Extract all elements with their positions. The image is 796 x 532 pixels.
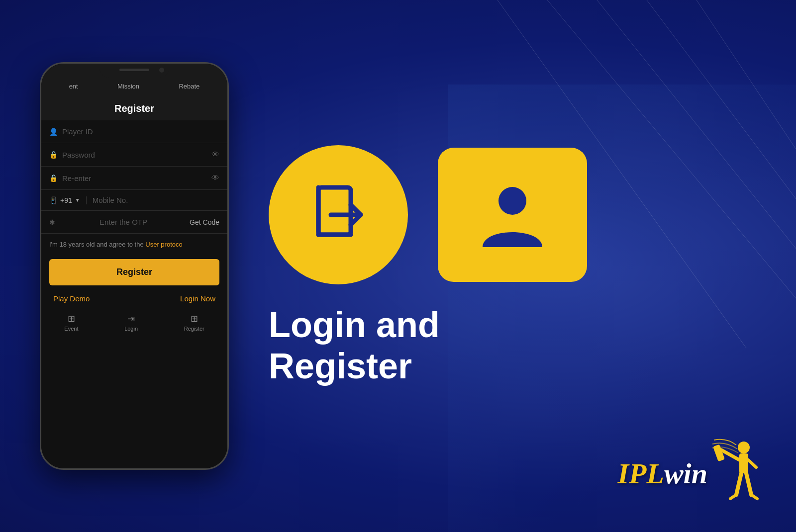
login-nav-icon: ⇥ <box>127 313 135 324</box>
phone-camera <box>159 68 164 73</box>
svg-rect-5 <box>318 187 351 235</box>
register-form: Register 👤 Player ID 🔒 Password 👁 <box>41 95 227 468</box>
nav-item-event: ent <box>69 83 78 90</box>
dropdown-arrow-icon[interactable]: ▼ <box>75 197 80 203</box>
profile-rect-icon <box>438 148 587 282</box>
svg-line-17 <box>730 495 736 499</box>
svg-rect-11 <box>739 453 748 473</box>
nav-login-label: Login <box>124 326 138 332</box>
reenter-placeholder: Re-enter <box>62 174 206 182</box>
svg-point-10 <box>738 442 750 453</box>
nav-event-label: Event <box>64 326 78 332</box>
mobile-placeholder: Mobile No. <box>87 196 128 204</box>
terms-row: I'm 18 years old and agree to the User p… <box>41 234 227 255</box>
main-title-line2: Register <box>269 346 440 387</box>
login-circle-icon <box>269 145 408 284</box>
nav-item-rebate: Rebate <box>179 83 199 90</box>
otp-icon: ✱ <box>49 218 57 226</box>
country-code-value: +91 <box>60 196 72 204</box>
register-nav-icon: ⊞ <box>191 313 198 324</box>
nav-item-mission: Mission <box>117 83 139 90</box>
phone-mockup: ent Mission Rebate Register 👤 Player ID … <box>30 62 239 470</box>
iplwin-logo: IPLwin <box>618 435 767 512</box>
password-field[interactable]: 🔒 Password 👁 <box>41 143 227 167</box>
win-text: win <box>664 457 707 490</box>
otp-placeholder: Enter the OTP <box>100 218 147 226</box>
svg-line-16 <box>746 473 751 495</box>
login-door-icon <box>303 180 373 250</box>
phone-device: ent Mission Rebate Register 👤 Player ID … <box>40 62 229 470</box>
password-placeholder: Password <box>62 151 206 159</box>
register-button[interactable]: Register <box>49 259 219 285</box>
nav-register-label: Register <box>184 326 204 332</box>
country-code[interactable]: +91 ▼ <box>60 196 87 204</box>
nav-register[interactable]: ⊞ Register <box>184 313 204 332</box>
nav-event[interactable]: ⊞ Event <box>64 313 78 332</box>
terms-text: I'm 18 years old and agree to the <box>49 241 145 248</box>
main-title-line1: Login and <box>269 304 440 346</box>
svg-line-15 <box>736 473 741 495</box>
player-id-placeholder: Player ID <box>62 127 219 136</box>
nav-login[interactable]: ⇥ Login <box>124 313 138 332</box>
svg-point-9 <box>498 187 526 215</box>
phone-speaker <box>119 69 149 71</box>
otp-field[interactable]: ✱ Enter the OTP Get Code <box>41 211 227 234</box>
eye-icon-reenter[interactable]: 👁 <box>211 174 219 182</box>
phone-icon: 📱 <box>49 196 57 204</box>
lock-icon-2: 🔒 <box>49 174 57 182</box>
phone-bottom-nav: ⊞ Event ⇥ Login ⊞ Register <box>41 308 227 342</box>
terms-link[interactable]: User protoco <box>145 241 182 248</box>
bottom-links: Play Demo Login Now <box>41 289 227 308</box>
icons-row <box>269 145 587 284</box>
profile-person-icon <box>473 175 552 255</box>
cricket-player-silhouette <box>711 435 766 512</box>
get-code-button[interactable]: Get Code <box>190 218 219 226</box>
register-title: Register <box>41 95 227 120</box>
right-section: Login and Register <box>269 145 766 387</box>
svg-line-14 <box>748 460 756 467</box>
reenter-field[interactable]: 🔒 Re-enter 👁 <box>41 167 227 190</box>
svg-line-18 <box>751 495 757 499</box>
login-now-link[interactable]: Login Now <box>180 294 215 303</box>
event-nav-icon: ⊞ <box>68 313 75 324</box>
eye-icon-password[interactable]: 👁 <box>211 150 219 159</box>
person-icon: 👤 <box>49 128 57 136</box>
iplwin-text: IPLwin <box>618 457 708 490</box>
main-title: Login and Register <box>269 304 440 387</box>
mobile-field[interactable]: 📱 +91 ▼ Mobile No. <box>41 190 227 211</box>
phone-screen: ent Mission Rebate Register 👤 Player ID … <box>41 64 227 468</box>
player-id-field[interactable]: 👤 Player ID <box>41 120 227 143</box>
lock-icon: 🔒 <box>49 151 57 159</box>
play-demo-link[interactable]: Play Demo <box>53 294 90 303</box>
ipl-text: IPL <box>618 457 664 490</box>
